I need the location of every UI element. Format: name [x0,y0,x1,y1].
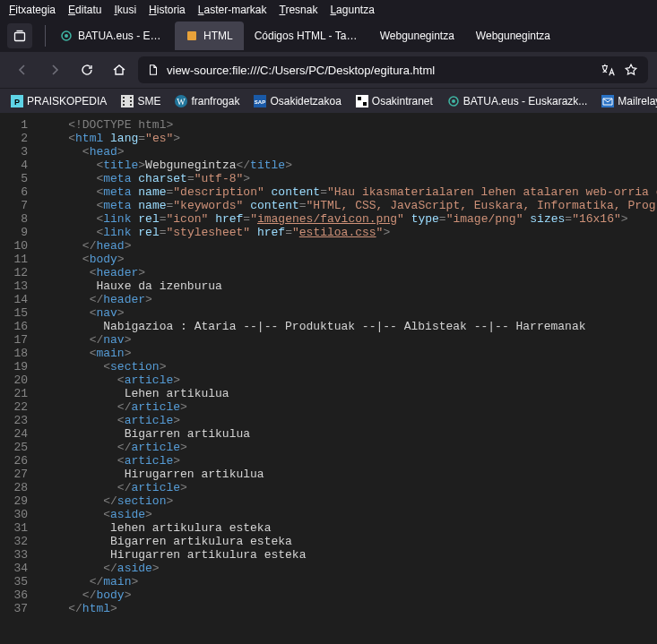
menu-ikusi[interactable]: Ikusi [114,4,136,16]
tab-bar: BATUA.eus - EuskaHTMLCódigos HTML - Tabl… [0,20,657,52]
menu-tresnak[interactable]: Tresnak [280,4,318,16]
menu-fitxategia[interactable]: Fitxategia [9,4,56,16]
line-code[interactable]: <meta charset="utf-8"> [40,172,250,185]
line-code[interactable]: </aside> [40,562,160,575]
line-number: 31 [0,521,40,535]
translate-button[interactable] [600,62,616,78]
tab-0[interactable]: BATUA.eus - Euska [49,21,175,50]
line-code[interactable]: </nav> [40,333,131,347]
source-line: 27 Hirugarren artikulua [0,468,657,481]
svg-rect-11 [130,100,132,102]
menu-laster-markak[interactable]: Laster-markak [198,4,267,16]
bookmark-1[interactable]: SME [116,93,166,109]
line-code[interactable]: </article> [40,400,187,414]
svg-rect-0 [15,33,25,41]
line-number: 14 [0,293,40,306]
line-code[interactable]: Bigarren artikulura esteka [40,535,292,548]
line-number: 20 [0,374,40,387]
source-line: 22 </article> [0,400,657,414]
tab-3[interactable]: Webgunegintza [369,21,465,50]
line-code[interactable]: <!DOCTYPE html> [40,118,173,132]
bookmark-label: SME [137,95,160,107]
line-code[interactable]: <link rel="icon" href="imagenes/favicon.… [40,212,628,226]
tab-label: HTML [203,30,233,42]
bookmark-4[interactable]: Osakintranet [350,93,438,109]
line-code[interactable]: <nav> [40,306,125,320]
line-code[interactable]: <article> [40,454,180,468]
line-number: 19 [0,360,40,374]
line-code[interactable]: </main> [40,575,138,588]
line-code[interactable]: </section> [40,494,173,508]
menu-editatu[interactable]: Editatu [68,4,101,16]
tab-1[interactable]: HTML [175,21,244,50]
line-code[interactable]: <aside> [40,508,152,521]
line-code[interactable]: Hirugarren artikulura esteka [40,548,306,562]
source-line: 37 </html> [0,602,657,615]
line-code[interactable]: </header> [40,293,152,306]
line-code[interactable]: <article> [40,374,180,387]
line-code[interactable]: Bigarren artikulua [40,427,250,441]
svg-point-2 [65,34,68,38]
url-text: view-source:file:///C:/Users/PC/Desktop/… [167,64,592,77]
url-bar[interactable]: view-source:file:///C:/Users/PC/Desktop/… [138,56,648,83]
line-code[interactable]: <head> [40,145,125,159]
bookmark-0[interactable]: PPRAISKOPEDIA [5,93,112,109]
bookmark-5[interactable]: BATUA.eus - Euskarazk... [442,93,593,109]
line-code[interactable]: </body> [40,588,131,602]
line-code[interactable]: </article> [40,441,187,454]
line-number: 35 [0,575,40,588]
source-line: 3 <head> [0,145,657,159]
source-line: 30 <aside> [0,508,657,521]
source-line: 1 <!DOCTYPE html> [0,118,657,132]
line-code[interactable]: </article> [40,481,187,494]
line-code[interactable]: <article> [40,414,180,427]
bookmark-6[interactable]: Mailrelay [596,93,657,109]
home-button[interactable] [106,56,133,83]
line-code[interactable]: <header> [40,266,145,279]
source-line: 21 Lehen artikulua [0,387,657,400]
source-line: 11 <body> [0,253,657,266]
back-button[interactable] [9,56,36,83]
source-line: 13 Hauxe da izenburua [0,279,657,293]
line-number: 13 [0,279,40,293]
line-code[interactable]: <main> [40,347,131,360]
line-code[interactable]: <section> [40,360,166,374]
line-code[interactable]: <body> [40,253,125,266]
line-code[interactable]: <title>Webgunegintza</title> [40,159,292,172]
line-code[interactable]: <link rel="stylesheet" href="estiloa.css… [40,226,390,239]
line-code[interactable]: <meta name="description" content="Hau ik… [40,185,657,199]
menu-laguntza[interactable]: Laguntza [330,4,374,16]
line-code[interactable]: Lehen artikulua [40,387,229,400]
tab-label: BATUA.eus - Euska [78,30,164,42]
source-line: 12 <header> [0,266,657,279]
line-code[interactable]: Hirugarren artikulua [40,468,264,481]
forward-button[interactable] [41,56,68,83]
line-number: 22 [0,400,40,414]
source-line: 7 <meta name="keywords" content="HTML, C… [0,199,657,212]
svg-text:W: W [177,97,186,107]
bookmark-2[interactable]: Wfranfrogak [169,93,245,109]
line-code[interactable]: </html> [40,602,117,615]
source-line: 25 </article> [0,441,657,454]
source-line: 6 <meta name="description" content="Hau … [0,185,657,199]
bookmark-star-button[interactable] [623,63,639,77]
line-number: 8 [0,212,40,226]
tab-4[interactable]: Webgunegintza [465,21,561,50]
menu-historia[interactable]: Historia [149,4,186,16]
line-number: 33 [0,548,40,562]
source-line: 36 </body> [0,588,657,602]
line-code[interactable]: lehen artikulura esteka [40,521,271,535]
line-number: 28 [0,481,40,494]
line-code[interactable]: <meta name="keywords" content="HTML, CSS… [40,199,657,212]
line-code[interactable]: </head> [40,239,131,253]
all-tabs-button[interactable] [7,23,32,48]
reload-button[interactable] [73,56,100,83]
batua-icon [447,95,460,107]
line-number: 23 [0,414,40,427]
line-code[interactable]: Nabigazioa : Ataria --|-- Produktuak --|… [40,320,586,333]
svg-rect-7 [123,97,125,99]
tab-2[interactable]: Códigos HTML - Tabla [244,21,369,50]
bookmark-3[interactable]: SAPOsakidetzakoa [248,93,346,109]
line-code[interactable]: <html lang="es"> [40,132,180,145]
line-code[interactable]: Hauxe da izenburua [40,279,222,293]
